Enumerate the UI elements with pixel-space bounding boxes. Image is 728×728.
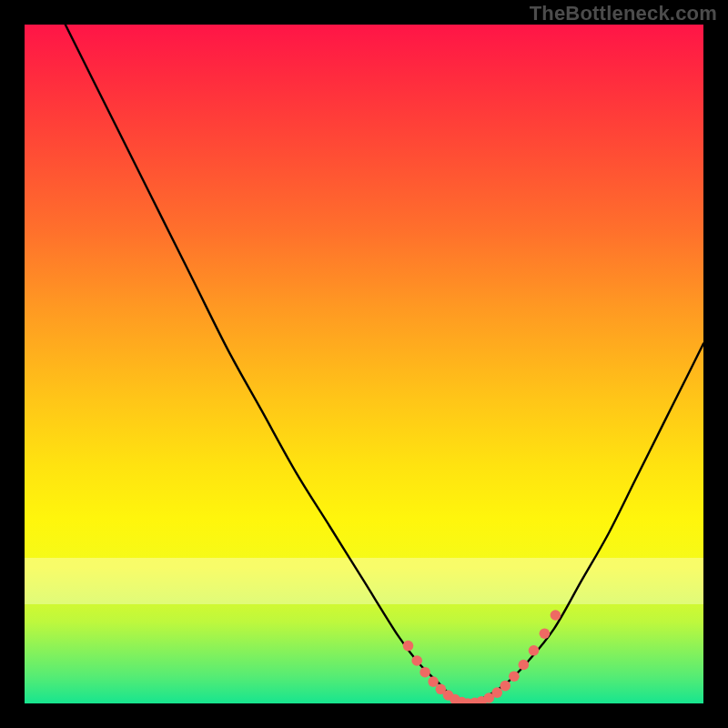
chart-dot — [540, 628, 551, 639]
chart-left-branch — [66, 25, 466, 703]
chart-dot — [428, 676, 439, 687]
chart-dot — [403, 641, 414, 652]
chart-dot — [500, 681, 511, 692]
chart-dot — [551, 610, 561, 621]
chart-dot — [529, 645, 540, 656]
chart-svg — [25, 25, 703, 703]
watermark-text: TheBottleneck.com — [530, 2, 717, 25]
chart-right-branch — [466, 344, 703, 703]
chart-dot — [519, 660, 530, 671]
chart-dot — [420, 667, 430, 678]
chart-dot — [411, 655, 422, 666]
chart-plot-area — [25, 25, 703, 703]
chart-dot — [491, 687, 502, 698]
chart-highlight-dots — [403, 610, 561, 703]
chart-dot — [509, 671, 520, 682]
